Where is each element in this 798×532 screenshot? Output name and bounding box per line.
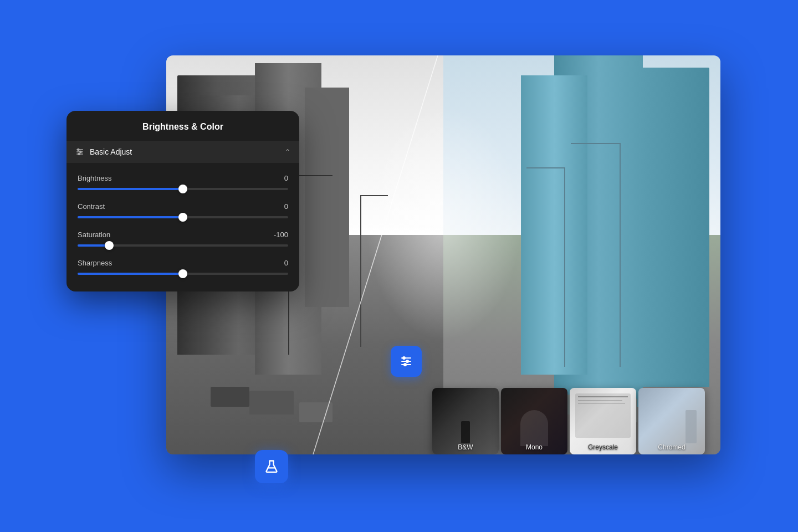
sliders-area: Brightness 0 Contrast 0 (66, 163, 299, 280)
svg-point-13 (78, 153, 80, 155)
filter-strip: B&W Mono Greyscale Chromed (432, 377, 720, 454)
panel-title: Brightness & Color (66, 111, 299, 141)
contrast-value: 0 (268, 202, 288, 211)
brightness-fill (78, 188, 183, 190)
contrast-row: Contrast 0 (78, 202, 288, 218)
contrast-label: Contrast (78, 202, 105, 211)
svg-point-5 (403, 357, 405, 359)
sharpness-fill (78, 273, 183, 275)
lab-button[interactable] (255, 450, 288, 483)
svg-point-6 (406, 360, 408, 362)
sliders-icon (75, 147, 84, 156)
filter-mono[interactable]: Mono (501, 388, 567, 454)
brightness-row: Brightness 0 (78, 174, 288, 190)
filter-bw[interactable]: B&W (432, 388, 499, 454)
sharpness-value: 0 (268, 259, 288, 267)
filter-chromed[interactable]: Chromed (638, 388, 705, 454)
svg-point-12 (80, 151, 81, 152)
filter-greyscale[interactable]: Greyscale (570, 388, 636, 454)
basic-adjust-header[interactable]: Basic Adjust ⌃ (66, 141, 299, 163)
saturation-thumb[interactable] (105, 241, 114, 250)
brightness-value: 0 (268, 174, 288, 182)
svg-point-11 (78, 149, 79, 150)
brightness-color-panel: Brightness & Color Basic Adjust ⌃ Brigh (66, 111, 299, 291)
sharpness-row: Sharpness 0 (78, 259, 288, 275)
brightness-track[interactable] (78, 188, 288, 190)
contrast-track[interactable] (78, 216, 288, 218)
saturation-row: Saturation -100 (78, 231, 288, 247)
sharpness-track[interactable] (78, 273, 288, 275)
svg-point-7 (404, 364, 406, 366)
section-label: Basic Adjust (90, 147, 279, 156)
contrast-thumb[interactable] (178, 213, 187, 222)
chevron-up-icon: ⌃ (285, 148, 290, 156)
saturation-value: -100 (268, 231, 288, 239)
saturation-label: Saturation (78, 231, 110, 239)
contrast-fill (78, 216, 183, 218)
brightness-label: Brightness (78, 174, 111, 182)
adjustments-button[interactable] (391, 346, 422, 377)
sharpness-label: Sharpness (78, 259, 112, 267)
brightness-thumb[interactable] (178, 185, 187, 193)
sharpness-thumb[interactable] (178, 269, 187, 278)
saturation-track[interactable] (78, 244, 288, 247)
